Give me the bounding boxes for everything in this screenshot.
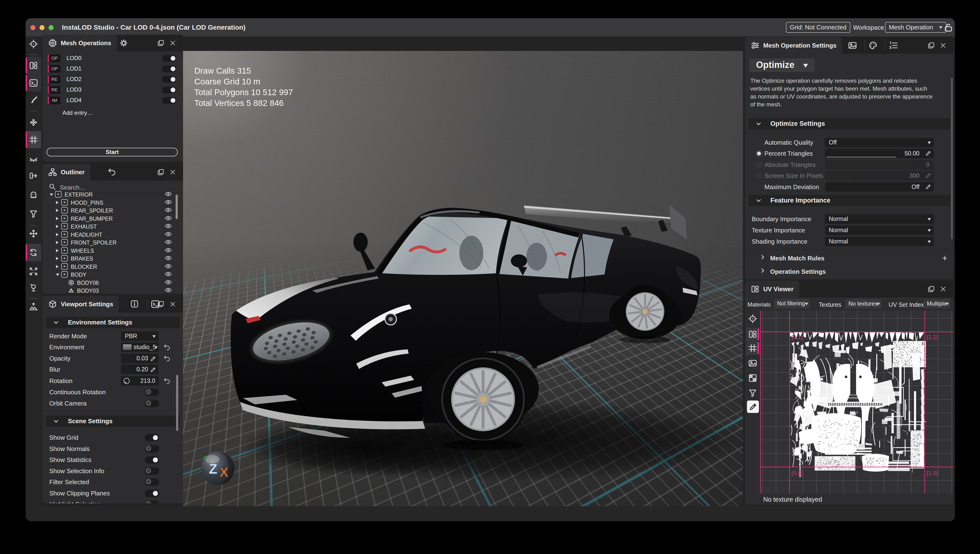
svg-text:[1,0]: [1,0] xyxy=(927,470,938,476)
svg-text:X: X xyxy=(219,464,229,480)
svg-text:[1,1]: [1,1] xyxy=(927,334,938,340)
svg-text:Z: Z xyxy=(209,461,217,476)
svg-text:[0,0]: [0,0] xyxy=(792,470,803,476)
svg-text:[0,1]: [0,1] xyxy=(792,334,803,340)
